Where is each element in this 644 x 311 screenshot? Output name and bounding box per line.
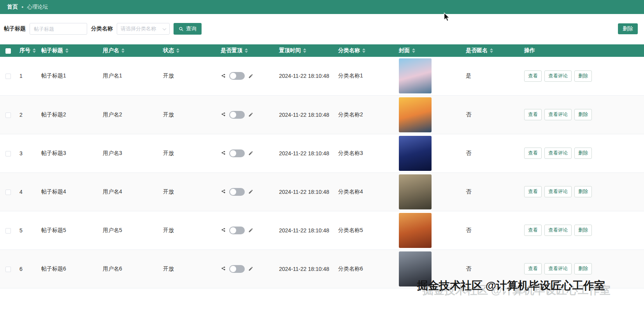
edit-icon[interactable] (248, 74, 253, 79)
cover-image[interactable] (399, 213, 432, 248)
category-name: 分类名称2 (335, 95, 396, 134)
delete-row-button[interactable]: 删除 (574, 70, 592, 82)
watermark: 掘金技术社区 @计算机毕设匠心工作室 掘金技术社区 @计算机毕设匠心工作室 (417, 278, 605, 293)
share-icon[interactable] (221, 112, 226, 117)
view-comments-button[interactable]: 查看评论 (544, 148, 572, 159)
sort-icon[interactable] (303, 48, 306, 53)
category-select[interactable]: 请选择分类名称 (117, 23, 170, 35)
edit-icon[interactable] (248, 151, 253, 156)
table-body: 1 帖子标题1 用户名1 开放 2024-11-22 18:10:48 分类名称… (0, 57, 644, 288)
view-button[interactable]: 查看 (524, 70, 542, 82)
cover-image[interactable] (399, 136, 432, 171)
col-header-cover[interactable]: 封面 (396, 44, 463, 57)
category-label: 分类名称 (91, 25, 113, 32)
sort-icon[interactable] (245, 48, 248, 53)
row-index: 3 (16, 134, 38, 172)
view-button[interactable]: 查看 (524, 109, 542, 120)
batch-delete-button[interactable]: 删除 (618, 23, 638, 34)
share-icon[interactable] (221, 189, 226, 194)
anonymous: 否 (463, 211, 521, 250)
edit-icon[interactable] (248, 228, 253, 233)
table-row: 5 帖子标题5 用户名5 开放 2024-11-22 18:10:48 分类名称… (0, 211, 644, 250)
share-icon[interactable] (221, 228, 226, 233)
post-title: 帖子标题2 (38, 95, 100, 134)
sort-icon[interactable] (412, 48, 415, 53)
view-button[interactable]: 查看 (524, 225, 542, 236)
table-row: 1 帖子标题1 用户名1 开放 2024-11-22 18:10:48 分类名称… (0, 57, 644, 95)
delete-row-button[interactable]: 删除 (574, 148, 592, 159)
view-comments-button[interactable]: 查看评论 (544, 263, 572, 274)
post-title-input[interactable] (30, 23, 87, 35)
status: 开放 (160, 250, 218, 288)
view-comments-button[interactable]: 查看评论 (544, 109, 572, 120)
col-header-username[interactable]: 用户名 (100, 44, 160, 57)
pin-toggle[interactable] (229, 111, 245, 119)
cover-image[interactable] (399, 97, 432, 132)
pin-toggle[interactable] (229, 149, 245, 157)
view-button[interactable]: 查看 (524, 263, 542, 274)
share-icon[interactable] (221, 266, 226, 271)
anonymous: 否 (463, 95, 521, 134)
edit-icon[interactable] (248, 266, 253, 271)
breadcrumb-home[interactable]: 首页 (7, 4, 18, 11)
search-button[interactable]: 查询 (174, 23, 202, 35)
username: 用户名1 (100, 57, 160, 95)
username: 用户名6 (100, 250, 160, 288)
delete-row-button[interactable]: 删除 (574, 109, 592, 120)
pin-toggle[interactable] (229, 72, 245, 80)
row-checkbox[interactable] (5, 151, 11, 156)
edit-icon[interactable] (248, 112, 253, 117)
row-checkbox[interactable] (5, 74, 11, 79)
row-index: 1 (16, 57, 38, 95)
col-header-anonymous[interactable]: 是否匿名 (463, 44, 521, 57)
col-header-status[interactable]: 状态 (160, 44, 218, 57)
select-all-checkbox[interactable] (5, 48, 11, 54)
table-row: 2 帖子标题2 用户名2 开放 2024-11-22 18:10:48 分类名称… (0, 95, 644, 134)
pin-toggle[interactable] (229, 227, 245, 234)
chevron-down-icon (163, 26, 167, 30)
sort-icon[interactable] (176, 48, 179, 53)
share-icon[interactable] (221, 74, 226, 79)
cover-image[interactable] (399, 174, 432, 209)
row-checkbox[interactable] (5, 228, 11, 234)
view-comments-button[interactable]: 查看评论 (544, 225, 572, 236)
anonymous: 是 (463, 57, 521, 95)
delete-row-button[interactable]: 删除 (574, 263, 592, 274)
post-title: 帖子标题5 (38, 211, 100, 250)
view-button[interactable]: 查看 (524, 148, 542, 159)
pin-toggle[interactable] (229, 188, 245, 196)
share-icon[interactable] (221, 151, 226, 156)
status: 开放 (160, 172, 218, 211)
posts-table: 序号 帖子标题 用户名 状态 是否置顶 置顶时间 分类名称 封面 是否匿名 操作… (0, 44, 644, 288)
col-header-category[interactable]: 分类名称 (335, 44, 396, 57)
sort-icon[interactable] (33, 48, 36, 53)
view-comments-button[interactable]: 查看评论 (544, 70, 572, 82)
sort-icon[interactable] (65, 48, 68, 53)
search-icon (179, 26, 184, 32)
view-comments-button[interactable]: 查看评论 (544, 186, 572, 197)
category-name: 分类名称1 (335, 57, 396, 95)
row-checkbox[interactable] (5, 190, 11, 195)
col-header-title[interactable]: 帖子标题 (38, 44, 100, 57)
col-header-actions: 操作 (521, 44, 644, 57)
delete-row-button[interactable]: 删除 (574, 225, 592, 236)
delete-row-button[interactable]: 删除 (574, 186, 592, 197)
sort-icon[interactable] (121, 48, 125, 53)
row-checkbox[interactable] (5, 267, 11, 272)
table-header-row: 序号 帖子标题 用户名 状态 是否置顶 置顶时间 分类名称 封面 是否匿名 操作 (0, 44, 644, 57)
sort-icon[interactable] (490, 48, 493, 53)
sort-icon[interactable] (362, 48, 365, 53)
post-title: 帖子标题1 (38, 57, 100, 95)
pin-toggle[interactable] (229, 265, 245, 273)
row-index: 2 (16, 95, 38, 134)
view-button[interactable]: 查看 (524, 186, 542, 197)
row-checkbox[interactable] (5, 112, 11, 118)
category-name: 分类名称5 (335, 211, 396, 250)
cover-image[interactable] (399, 58, 432, 93)
col-header-pin-time[interactable]: 置顶时间 (276, 44, 335, 57)
anonymous: 否 (463, 134, 521, 172)
col-header-pinned[interactable]: 是否置顶 (218, 44, 276, 57)
col-header-index[interactable]: 序号 (16, 44, 38, 57)
edit-icon[interactable] (248, 189, 253, 194)
pin-time: 2024-11-22 18:10:48 (276, 250, 335, 288)
